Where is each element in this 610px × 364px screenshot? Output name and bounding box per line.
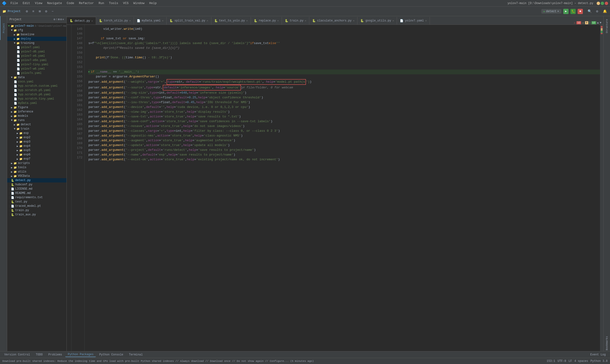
tree-gear-icon[interactable]: ⚙ [60, 18, 62, 21]
tree-exp3[interactable]: ▶📁exp3 [7, 140, 66, 144]
tree-yolov7xyaml[interactable]: 📄yolov7x.yaml [7, 71, 66, 75]
tree-yolov7e6yaml[interactable]: 📄yolov7-e6.yaml [7, 54, 66, 58]
bookmarks-tab[interactable]: Bookmarks [605, 335, 609, 351]
search-icon[interactable]: 🔍 [587, 9, 592, 14]
tree-deploy[interactable]: ▶📁deploy [7, 37, 66, 41]
tab-yolov7yaml-close[interactable]: ✕ [425, 19, 427, 22]
python-version[interactable]: Python 3.8 [590, 360, 608, 363]
menu-code[interactable]: Code [65, 1, 76, 5]
python-packages-tab[interactable]: Python Packages [65, 352, 96, 357]
tab-replace[interactable]: 🐍 replace.py ✕ [251, 17, 282, 25]
tab-texttoyolo[interactable]: 🐍 text_to_yolo.py ✕ [211, 17, 251, 25]
tree-licensemd[interactable]: 📄LICENSE.md [7, 187, 66, 191]
tree-yolov7d6yaml[interactable]: 📄yolov7-d6.yaml [7, 50, 66, 54]
encoding-indicator[interactable]: UTF-8 [558, 360, 566, 363]
python-console-tab[interactable]: Python Console [97, 352, 126, 357]
list-icon[interactable]: ≡ [30, 9, 36, 14]
tree-baseline[interactable]: ▶📁baseline [7, 32, 66, 37]
tree-exp[interactable]: ▶📁exp [7, 131, 66, 135]
menu-edit[interactable]: Edit [21, 1, 32, 5]
tree-hypcustom[interactable]: 📄hyp.scratch.custom.yaml [7, 84, 66, 88]
tree-exp5[interactable]: ▶📁exp5 [7, 148, 66, 153]
tree-layout-icon[interactable]: ⊞ [58, 18, 60, 21]
error-count-badge[interactable]: 12 [576, 21, 581, 24]
menu-run[interactable]: Run [97, 1, 106, 5]
settings-icon[interactable]: ⚙ [24, 9, 30, 14]
tab-train[interactable]: 🐍 train.py ✕ [282, 17, 310, 25]
tree-root[interactable]: ▼ 📁 yolov7-main D:\Downloads\yolov7-main [7, 24, 66, 28]
tree-yolov7tinyyaml[interactable]: 📄yolov7-tiny.yaml [7, 62, 66, 67]
gear-icon[interactable]: ⚙ [43, 9, 49, 14]
tree-readmemd[interactable]: 📄README.md [7, 191, 66, 195]
tree-utils[interactable]: ▶📁utils [7, 169, 66, 174]
collapse-icon[interactable]: ▼ [600, 21, 601, 25]
tree-training[interactable]: ▼📁training [7, 41, 66, 45]
settings2-icon[interactable]: ⚙ [594, 9, 600, 14]
tree-exp7[interactable]: ▶📁exp7 [7, 157, 66, 161]
tab-torchutils[interactable]: 🐍 torch_utils.py ✕ [96, 17, 134, 25]
menu-help[interactable]: Help [147, 1, 158, 5]
tree-requirementstxt[interactable]: 📄requirements.txt [7, 195, 66, 200]
expand-icon[interactable]: ▲ [597, 21, 599, 25]
tab-texttoyolo-close[interactable]: ✕ [247, 19, 248, 22]
warning-count-badge[interactable]: 9 [585, 21, 588, 24]
tab-torchutils-close[interactable]: ✕ [130, 19, 131, 22]
tab-train-close[interactable]: ✕ [305, 19, 306, 22]
close-button[interactable] [605, 2, 608, 5]
menu-navigate[interactable]: Navigate [45, 1, 64, 5]
tree-yolov7e6eyaml[interactable]: 📄yolov7-e6e.yaml [7, 58, 66, 62]
tab-mydata-close[interactable]: ✕ [162, 19, 163, 22]
tab-replace-close[interactable]: ✕ [277, 19, 279, 22]
tree-cocoyaml[interactable]: 📄coco.yaml [7, 79, 66, 84]
tab-claculate[interactable]: 🐍 claculate_anchors.py ✕ [309, 17, 357, 25]
minus-icon[interactable]: − [50, 9, 55, 14]
tab-splittrainval[interactable]: 🐍 split_train_val.py ✕ [167, 17, 211, 25]
run-config-selector[interactable]: ▶ detect ▾ [541, 9, 561, 13]
tree-exp2[interactable]: ▶📁exp2 [7, 135, 66, 140]
code-content[interactable]: vid_writer.write(im0) if save_txt or sav… [85, 25, 600, 351]
indent-indicator[interactable]: 4 spaces [574, 360, 588, 363]
tree-data[interactable]: ▼📁data [7, 75, 66, 79]
problems-tab[interactable]: Problems [46, 352, 65, 357]
tree-settings-icon[interactable]: ⚙ [54, 18, 55, 21]
tree-hyptiny[interactable]: 📄hyp.scratch.tiny.yaml [7, 97, 66, 101]
tree-yolov7yaml[interactable]: 📄yolov7.yaml [7, 45, 66, 50]
tab-googleutils-close[interactable]: ✕ [392, 19, 394, 22]
todo-tab[interactable]: TODO [33, 352, 45, 357]
tree-vocdata[interactable]: ▶📁VOCData [7, 174, 66, 178]
event-log-tab[interactable]: Event Log [588, 352, 608, 357]
minimize-button[interactable] [597, 2, 600, 5]
tree-testpy[interactable]: 🐍test.py [7, 200, 66, 204]
tree-cfg[interactable]: ▼📁cfg [7, 28, 66, 32]
tab-claculate-close[interactable]: ✕ [353, 19, 354, 22]
tree-detect[interactable]: ▶📁detect [7, 122, 66, 127]
tab-yolov7yaml[interactable]: 📄 yolov7.yaml ✕ [397, 17, 430, 25]
notification-icon[interactable]: 🔔 [602, 9, 608, 14]
tree-runs[interactable]: ▼📁runs [7, 118, 66, 122]
tree-hypp6[interactable]: 📄hyp.scratch.p6.yaml [7, 92, 66, 97]
debug-button[interactable]: 🐛 [571, 9, 576, 14]
menu-tools[interactable]: Tools [107, 1, 120, 5]
version-control-tab[interactable]: Version Control [2, 352, 32, 357]
menu-file[interactable]: File [9, 1, 20, 5]
tab-detectpy[interactable]: 🐍 detect.py ✕ [67, 17, 96, 25]
tab-googleutils[interactable]: 🐍 google_utils.py ✕ [357, 17, 397, 25]
tree-yolov7w6yaml[interactable]: 📄yolov7-w6.yaml [7, 67, 66, 71]
tree-trainpy[interactable]: 🐍train.py [7, 208, 66, 212]
tree-detectpy[interactable]: 🐍detect.py [7, 178, 66, 182]
tree-hubconfpy[interactable]: 🐍hubconf.py [7, 182, 66, 187]
line-col-indicator[interactable]: 153:1 [547, 360, 555, 363]
tree-tools[interactable]: ▶📁tools [7, 165, 66, 169]
tree-figure[interactable]: ▶📁figure [7, 105, 66, 110]
line-sep-indicator[interactable]: LF [569, 360, 572, 363]
tab-detectpy-close[interactable]: ✕ [91, 20, 93, 22]
tree-inference[interactable]: ▶📁inference [7, 110, 66, 114]
structure-tab[interactable]: Structure [605, 18, 609, 34]
layout-icon[interactable]: ⊞ [37, 9, 43, 14]
tree-models[interactable]: ▶📁models [7, 114, 66, 118]
tree-hypp5[interactable]: 📄hyp.scratch.p5.yaml [7, 88, 66, 92]
tab-splittrainval-close[interactable]: ✕ [207, 19, 208, 22]
tab-mydata[interactable]: 📄 myData.yaml ✕ [134, 17, 167, 25]
tree-mydatayaml[interactable]: 📄myData.yaml [7, 101, 66, 105]
tree-tracedmodelpt[interactable]: 📄traced_model.pt [7, 204, 66, 208]
